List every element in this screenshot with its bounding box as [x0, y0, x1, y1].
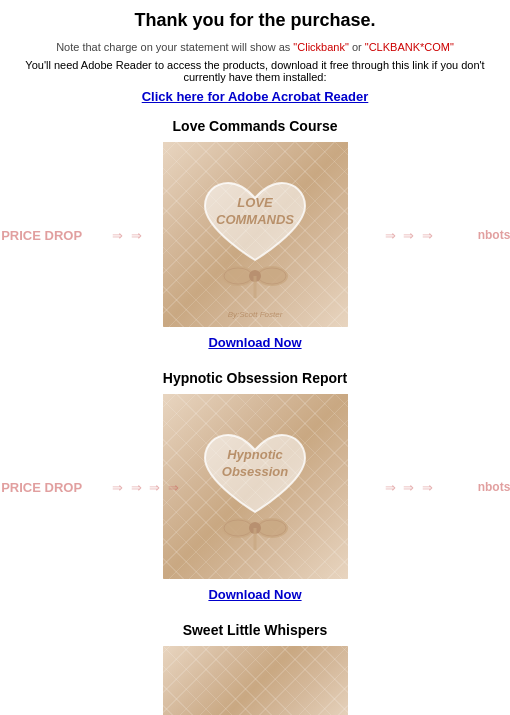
- author-text-1: By:Scott Foster: [228, 310, 283, 319]
- watermark-arrows-left-1: ⇒ ⇒: [112, 227, 144, 242]
- bow-icon-1: [220, 254, 290, 299]
- product-love-commands: Love Commands Course HUGE PRICE DROP LOV…: [20, 118, 490, 350]
- page-wrapper: Thank you for the purchase. Note that ch…: [0, 0, 510, 715]
- product-title-hypnotic: Hypnotic Obsession Report: [20, 370, 490, 386]
- product-title-love-commands: Love Commands Course: [20, 118, 490, 134]
- watermark-right-2: nbots.me/d64: [478, 480, 510, 494]
- bow-icon-2: [220, 506, 290, 551]
- product-text-2: Hypnotic Obsession: [210, 447, 300, 481]
- charge-note-or: or: [349, 41, 365, 53]
- watermark-arrows-right-2: ⇒ ⇒ ⇒: [385, 479, 435, 494]
- download-link-love-commands[interactable]: Download Now: [20, 335, 490, 350]
- product-image-container-2: HUGE PRICE DROP Hypnotic Obsession: [20, 394, 490, 579]
- charge-note-quote2: "CLKBANK*COM": [365, 41, 454, 53]
- watermark-left-1: HUGE PRICE DROP: [0, 227, 82, 242]
- product-sweet-little-whispers: Sweet Little Whispers: [20, 622, 490, 715]
- charge-note: Note that charge on your statement will …: [20, 41, 490, 53]
- charge-note-quote1: "Clickbank": [293, 41, 349, 53]
- watermark-arrows-right-1: ⇒ ⇒ ⇒: [385, 227, 435, 242]
- product-hypnotic-obsession: Hypnotic Obsession Report HUGE PRICE DRO…: [20, 370, 490, 602]
- charge-note-prefix: Note that charge on your statement will …: [56, 41, 293, 53]
- download-link-hypnotic[interactable]: Download Now: [20, 587, 490, 602]
- product-image-container-3: [20, 646, 490, 715]
- product-image-1: LOVE COMMANDS By:Scott Foster: [163, 142, 348, 327]
- watermark-left-2: HUGE PRICE DROP: [0, 479, 82, 494]
- product-text-1: LOVE COMMANDS: [210, 195, 300, 229]
- page-title: Thank you for the purchase.: [20, 10, 490, 31]
- adobe-note: You'll need Adobe Reader to access the p…: [20, 59, 490, 83]
- watermark-right-1: nbots.me/d64: [478, 228, 510, 242]
- product-image-container-1: HUGE PRICE DROP LOVE COMMANDS: [20, 142, 490, 327]
- product-title-sweet: Sweet Little Whispers: [20, 622, 490, 638]
- product-image-2: Hypnotic Obsession: [163, 394, 348, 579]
- product-image-3: [163, 646, 348, 715]
- adobe-acrobat-link[interactable]: Click here for Adobe Acrobat Reader: [20, 89, 490, 104]
